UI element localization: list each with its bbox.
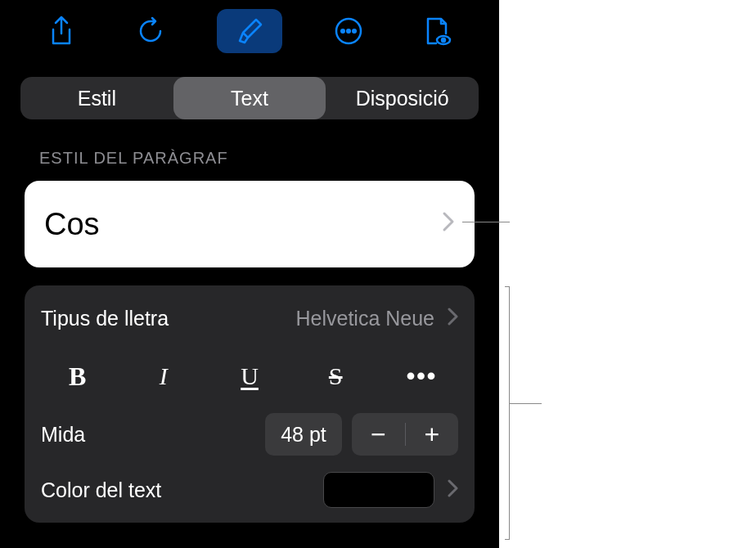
text-format-row: B I U S ••• (25, 346, 475, 407)
size-row: Mida 48 pt − + (25, 407, 475, 462)
size-decrement-button[interactable]: − (352, 413, 405, 456)
font-label: Tipus de lletra (41, 307, 295, 330)
share-button[interactable] (38, 8, 84, 54)
size-value-field[interactable]: 48 pt (265, 413, 342, 456)
ellipsis-circle-icon (334, 16, 363, 46)
chevron-right-icon (448, 305, 458, 331)
svg-point-5 (442, 38, 445, 42)
paragraph-style-name: Cos (44, 207, 442, 242)
callout-line (509, 403, 542, 404)
text-color-row[interactable]: Color del text (25, 462, 475, 518)
callout-line (505, 286, 510, 287)
strikethrough-button[interactable]: S (293, 352, 379, 401)
underline-button[interactable]: U (206, 352, 292, 401)
share-icon (49, 16, 74, 47)
chevron-right-icon (448, 477, 458, 503)
inspector-tabs: Estil Text Disposició (20, 77, 479, 119)
size-label: Mida (41, 423, 265, 447)
paragraph-style-header: ESTIL DEL PARÀGRAF (0, 126, 499, 173)
format-more-button[interactable]: ••• (379, 352, 465, 401)
format-inspector-panel: Estil Text Disposició ESTIL DEL PARÀGRAF… (0, 0, 499, 548)
callout-bracket (509, 286, 510, 540)
inspector-tabs-container: Estil Text Disposició (0, 62, 499, 126)
document-view-button[interactable] (415, 8, 461, 54)
undo-icon (136, 16, 165, 46)
text-settings-group: Tipus de lletra Helvetica Neue B I U S •… (25, 285, 475, 523)
size-stepper: − + (352, 413, 458, 456)
paragraph-style-selector[interactable]: Cos (25, 181, 475, 267)
document-eye-icon (423, 16, 452, 47)
callout-line (505, 539, 510, 540)
font-row[interactable]: Tipus de lletra Helvetica Neue (25, 290, 475, 346)
top-toolbar (0, 0, 499, 62)
tab-style[interactable]: Estil (20, 77, 173, 119)
format-button[interactable] (217, 9, 282, 53)
font-value: Helvetica Neue (295, 307, 434, 330)
chevron-right-icon (442, 210, 455, 238)
svg-point-2 (347, 29, 350, 33)
tab-text[interactable]: Text (173, 77, 326, 119)
callout-line (462, 222, 510, 222)
bold-button[interactable]: B (34, 352, 120, 401)
svg-point-1 (341, 29, 344, 33)
more-button[interactable] (326, 8, 371, 54)
italic-button[interactable]: I (120, 352, 206, 401)
tab-layout[interactable]: Disposició (326, 77, 479, 119)
size-increment-button[interactable]: + (406, 413, 459, 456)
svg-point-3 (353, 29, 356, 33)
undo-button[interactable] (128, 8, 173, 54)
text-color-label: Color del text (41, 478, 323, 502)
text-color-swatch[interactable] (323, 472, 434, 508)
paintbrush-icon (235, 16, 264, 46)
